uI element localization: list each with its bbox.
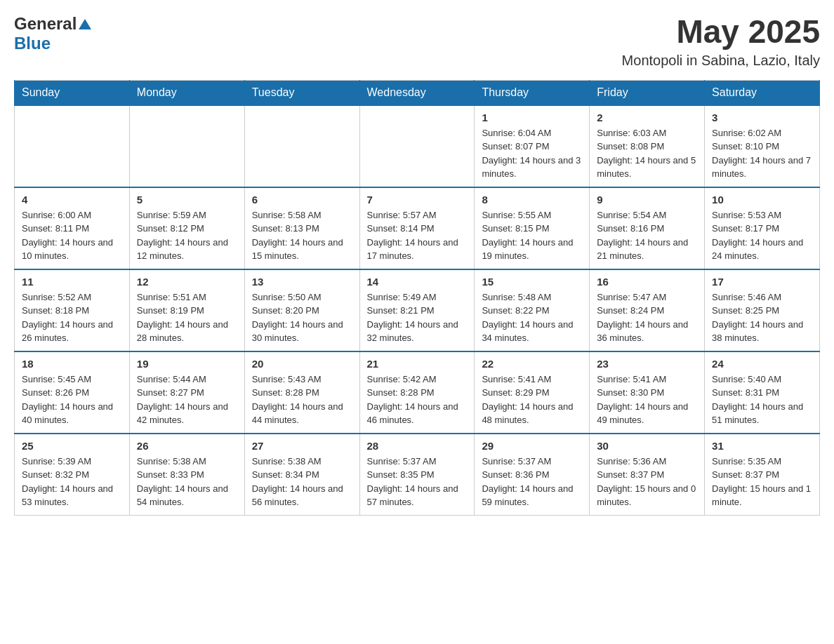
day-number: 10 (712, 194, 812, 206)
day-number: 9 (597, 194, 697, 206)
day-number: 18 (22, 358, 122, 370)
day-of-week-header: Friday (590, 80, 705, 105)
day-info: Sunrise: 5:51 AM Sunset: 8:19 PM Dayligh… (137, 290, 237, 345)
day-number: 14 (367, 276, 468, 288)
calendar-cell: 10Sunrise: 5:53 AM Sunset: 8:17 PM Dayli… (705, 187, 820, 269)
calendar-cell: 15Sunrise: 5:48 AM Sunset: 8:22 PM Dayli… (475, 269, 590, 351)
day-number: 6 (252, 194, 352, 206)
day-of-week-header: Saturday (705, 80, 820, 105)
day-number: 31 (712, 440, 812, 452)
calendar-cell: 8Sunrise: 5:55 AM Sunset: 8:15 PM Daylig… (475, 187, 590, 269)
day-number: 15 (482, 276, 582, 288)
day-number: 21 (367, 358, 468, 370)
day-info: Sunrise: 5:55 AM Sunset: 8:15 PM Dayligh… (482, 208, 582, 263)
day-number: 20 (252, 358, 352, 370)
day-info: Sunrise: 5:54 AM Sunset: 8:16 PM Dayligh… (597, 208, 697, 263)
calendar-cell: 23Sunrise: 5:41 AM Sunset: 8:30 PM Dayli… (590, 351, 705, 434)
day-number: 27 (252, 440, 352, 452)
day-number: 25 (22, 440, 122, 452)
day-number: 23 (597, 358, 697, 370)
calendar-cell: 13Sunrise: 5:50 AM Sunset: 8:20 PM Dayli… (244, 269, 359, 351)
day-number: 8 (482, 194, 582, 206)
calendar-week-row: 18Sunrise: 5:45 AM Sunset: 8:26 PM Dayli… (15, 351, 820, 434)
day-info: Sunrise: 5:53 AM Sunset: 8:17 PM Dayligh… (712, 208, 812, 263)
day-info: Sunrise: 5:39 AM Sunset: 8:32 PM Dayligh… (22, 455, 122, 509)
calendar-cell: 17Sunrise: 5:46 AM Sunset: 8:25 PM Dayli… (705, 269, 820, 351)
day-number: 30 (597, 440, 697, 452)
day-number: 22 (482, 358, 582, 370)
logo-triangle-icon (79, 19, 91, 29)
calendar-cell: 1Sunrise: 6:04 AM Sunset: 8:07 PM Daylig… (475, 105, 590, 187)
day-info: Sunrise: 6:00 AM Sunset: 8:11 PM Dayligh… (22, 208, 122, 263)
day-number: 17 (712, 276, 812, 288)
logo-blue-text: Blue (14, 34, 51, 53)
calendar-cell: 2Sunrise: 6:03 AM Sunset: 8:08 PM Daylig… (590, 105, 705, 187)
header-row: SundayMondayTuesdayWednesdayThursdayFrid… (15, 80, 820, 105)
day-info: Sunrise: 5:37 AM Sunset: 8:36 PM Dayligh… (482, 455, 582, 509)
calendar-cell: 18Sunrise: 5:45 AM Sunset: 8:26 PM Dayli… (15, 351, 130, 434)
title-block: May 2025 Montopoli in Sabina, Lazio, Ita… (622, 14, 820, 69)
day-info: Sunrise: 5:38 AM Sunset: 8:34 PM Dayligh… (252, 455, 352, 509)
logo: General Blue (14, 14, 91, 53)
page-header: General Blue May 2025 Montopoli in Sabin… (14, 14, 820, 69)
day-info: Sunrise: 5:49 AM Sunset: 8:21 PM Dayligh… (367, 290, 468, 345)
calendar-cell: 3Sunrise: 6:02 AM Sunset: 8:10 PM Daylig… (705, 105, 820, 187)
calendar-week-row: 4Sunrise: 6:00 AM Sunset: 8:11 PM Daylig… (15, 187, 820, 269)
calendar-week-row: 1Sunrise: 6:04 AM Sunset: 8:07 PM Daylig… (15, 105, 820, 187)
calendar-cell: 20Sunrise: 5:43 AM Sunset: 8:28 PM Dayli… (244, 351, 359, 434)
day-info: Sunrise: 5:50 AM Sunset: 8:20 PM Dayligh… (252, 290, 352, 345)
calendar-cell (244, 105, 359, 187)
day-number: 13 (252, 276, 352, 288)
day-of-week-header: Monday (129, 80, 244, 105)
day-info: Sunrise: 5:52 AM Sunset: 8:18 PM Dayligh… (22, 290, 122, 345)
calendar-cell (15, 105, 130, 187)
calendar-cell (129, 105, 244, 187)
day-info: Sunrise: 5:48 AM Sunset: 8:22 PM Dayligh… (482, 290, 582, 345)
calendar-cell: 28Sunrise: 5:37 AM Sunset: 8:35 PM Dayli… (359, 434, 475, 516)
calendar-cell: 27Sunrise: 5:38 AM Sunset: 8:34 PM Dayli… (244, 434, 359, 516)
calendar-cell: 11Sunrise: 5:52 AM Sunset: 8:18 PM Dayli… (15, 269, 130, 351)
day-number: 2 (597, 112, 697, 123)
day-info: Sunrise: 5:47 AM Sunset: 8:24 PM Dayligh… (597, 290, 697, 345)
day-info: Sunrise: 5:37 AM Sunset: 8:35 PM Dayligh… (367, 455, 468, 509)
day-number: 1 (482, 112, 582, 123)
calendar-cell: 22Sunrise: 5:41 AM Sunset: 8:29 PM Dayli… (475, 351, 590, 434)
day-number: 3 (712, 112, 812, 123)
calendar-cell: 21Sunrise: 5:42 AM Sunset: 8:28 PM Dayli… (359, 351, 475, 434)
day-info: Sunrise: 6:03 AM Sunset: 8:08 PM Dayligh… (597, 126, 697, 181)
day-info: Sunrise: 6:04 AM Sunset: 8:07 PM Dayligh… (482, 126, 582, 181)
day-info: Sunrise: 5:42 AM Sunset: 8:28 PM Dayligh… (367, 373, 468, 427)
day-info: Sunrise: 5:38 AM Sunset: 8:33 PM Dayligh… (137, 455, 237, 509)
day-number: 16 (597, 276, 697, 288)
day-number: 12 (137, 276, 237, 288)
calendar-cell: 12Sunrise: 5:51 AM Sunset: 8:19 PM Dayli… (129, 269, 244, 351)
calendar-week-row: 11Sunrise: 5:52 AM Sunset: 8:18 PM Dayli… (15, 269, 820, 351)
day-of-week-header: Tuesday (244, 80, 359, 105)
day-number: 24 (712, 358, 812, 370)
calendar-header: SundayMondayTuesdayWednesdayThursdayFrid… (15, 80, 820, 105)
day-info: Sunrise: 5:46 AM Sunset: 8:25 PM Dayligh… (712, 290, 812, 345)
day-of-week-header: Sunday (15, 80, 130, 105)
logo-general-text: General (14, 14, 77, 34)
day-of-week-header: Wednesday (359, 80, 475, 105)
day-info: Sunrise: 5:44 AM Sunset: 8:27 PM Dayligh… (137, 373, 237, 427)
day-number: 11 (22, 276, 122, 288)
calendar-cell: 6Sunrise: 5:58 AM Sunset: 8:13 PM Daylig… (244, 187, 359, 269)
day-info: Sunrise: 5:41 AM Sunset: 8:29 PM Dayligh… (482, 373, 582, 427)
day-number: 7 (367, 194, 468, 206)
day-number: 26 (137, 440, 237, 452)
calendar-cell: 4Sunrise: 6:00 AM Sunset: 8:11 PM Daylig… (15, 187, 130, 269)
calendar-cell: 25Sunrise: 5:39 AM Sunset: 8:32 PM Dayli… (15, 434, 130, 516)
calendar-cell: 31Sunrise: 5:35 AM Sunset: 8:37 PM Dayli… (705, 434, 820, 516)
calendar-cell: 24Sunrise: 5:40 AM Sunset: 8:31 PM Dayli… (705, 351, 820, 434)
day-info: Sunrise: 5:45 AM Sunset: 8:26 PM Dayligh… (22, 373, 122, 427)
calendar-cell (359, 105, 475, 187)
day-of-week-header: Thursday (475, 80, 590, 105)
day-info: Sunrise: 5:40 AM Sunset: 8:31 PM Dayligh… (712, 373, 812, 427)
calendar-cell: 16Sunrise: 5:47 AM Sunset: 8:24 PM Dayli… (590, 269, 705, 351)
location-subtitle: Montopoli in Sabina, Lazio, Italy (622, 53, 820, 69)
day-number: 5 (137, 194, 237, 206)
calendar-cell: 14Sunrise: 5:49 AM Sunset: 8:21 PM Dayli… (359, 269, 475, 351)
day-info: Sunrise: 5:59 AM Sunset: 8:12 PM Dayligh… (137, 208, 237, 263)
calendar-table: SundayMondayTuesdayWednesdayThursdayFrid… (14, 80, 820, 516)
